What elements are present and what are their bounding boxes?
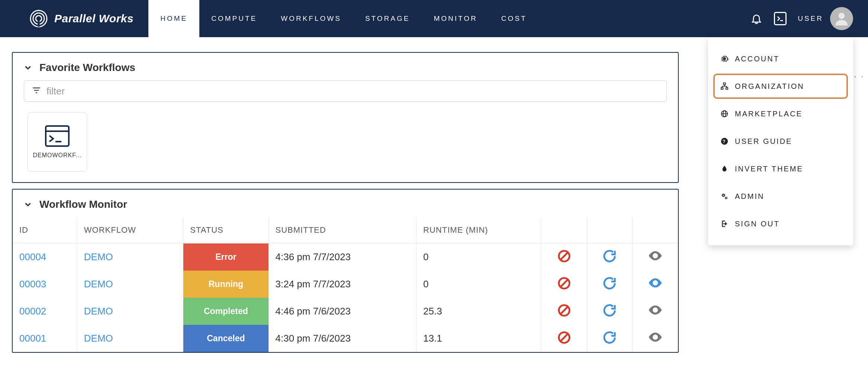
- nav-item-storage[interactable]: STORAGE: [353, 0, 422, 37]
- chevron-down-icon[interactable]: [23, 63, 33, 72]
- menu-item-user-guide[interactable]: ? USER GUIDE: [713, 129, 848, 154]
- view-icon[interactable]: [647, 275, 663, 291]
- workflow-link[interactable]: DEMO: [77, 298, 183, 325]
- monitor-header: Workflow Monitor: [13, 190, 678, 217]
- nav-item-monitor[interactable]: MONITOR: [422, 0, 489, 37]
- runtime-cell: 13.1: [417, 325, 541, 352]
- table-row: 00003 DEMO Running 3:24 pm 7/7/2023 0: [13, 271, 678, 298]
- gears-icon: [720, 192, 729, 201]
- menu-item-label: SIGN OUT: [735, 220, 780, 228]
- svg-point-18: [654, 282, 657, 284]
- svg-point-25: [723, 58, 726, 60]
- svg-rect-28: [726, 88, 728, 90]
- menu-item-label: MARKETPLACE: [735, 110, 803, 118]
- brand[interactable]: Parallel Works: [30, 10, 134, 28]
- col-workflow: WORKFLOW: [77, 217, 183, 243]
- favorites-title: Favorite Workflows: [39, 62, 135, 74]
- svg-point-24: [654, 336, 657, 339]
- job-id-link[interactable]: 00004: [13, 243, 77, 271]
- col-status: STATUS: [183, 217, 269, 243]
- cancel-icon[interactable]: [556, 275, 572, 291]
- table-row: 00004 DEMO Error 4:36 pm 7/7/2023 0: [13, 243, 678, 271]
- workflow-link[interactable]: DEMO: [77, 243, 183, 271]
- retry-icon[interactable]: [602, 275, 617, 291]
- menu-item-label: ACCOUNT: [735, 55, 779, 63]
- retry-icon[interactable]: [602, 330, 617, 345]
- svg-rect-26: [723, 83, 726, 85]
- svg-point-39: [725, 197, 727, 199]
- menu-item-label: ORGANIZATION: [735, 82, 804, 91]
- favorites-header: Favorite Workflows: [13, 53, 678, 80]
- col-action-retry: [587, 217, 632, 243]
- submitted-cell: 4:46 pm 7/6/2023: [269, 298, 417, 325]
- svg-line-23: [561, 334, 568, 341]
- svg-line-17: [561, 280, 568, 287]
- favorites-panel: Favorite Workflows: [12, 52, 679, 183]
- view-icon[interactable]: [647, 302, 663, 318]
- chevron-down-icon[interactable]: [23, 200, 33, 209]
- submitted-cell: 4:30 pm 7/6/2023: [269, 325, 417, 352]
- cancel-icon[interactable]: [556, 330, 572, 345]
- bell-icon[interactable]: [750, 12, 763, 25]
- favorites-cards: DEMOWORKF...: [13, 112, 678, 182]
- svg-line-14: [561, 253, 568, 260]
- user-menu-toggle[interactable]: USER: [798, 7, 853, 30]
- help-icon: ?: [720, 137, 729, 146]
- cancel-icon[interactable]: [556, 248, 572, 264]
- svg-point-21: [654, 309, 657, 311]
- filter-input[interactable]: [46, 85, 659, 97]
- view-icon[interactable]: [647, 329, 663, 345]
- cancel-icon[interactable]: [556, 303, 572, 318]
- runtime-cell: 25.3: [417, 298, 541, 325]
- drop-icon: [720, 164, 729, 173]
- job-id-link[interactable]: 00001: [13, 325, 77, 352]
- col-submitted: SUBMITTED: [269, 217, 417, 243]
- col-runtime: RUNTIME (MIN): [417, 217, 541, 243]
- favorite-card-label: DEMOWORKF...: [33, 152, 81, 159]
- menu-item-invert-theme[interactable]: INVERT THEME: [713, 156, 848, 181]
- svg-point-15: [654, 255, 657, 257]
- top-nav: Parallel Works HOMECOMPUTEWORKFLOWSSTORA…: [0, 0, 868, 37]
- nav-item-workflows[interactable]: WORKFLOWS: [269, 0, 353, 37]
- menu-item-account[interactable]: ACCOUNT: [713, 46, 848, 71]
- table-row: 00002 DEMO Completed 4:46 pm 7/6/2023 25…: [13, 298, 678, 325]
- menu-item-sign-out[interactable]: SIGN OUT: [713, 211, 848, 236]
- globe-icon: [720, 109, 729, 118]
- runtime-cell: 0: [417, 243, 541, 271]
- col-action-cancel: [541, 217, 587, 243]
- job-id-link[interactable]: 00003: [13, 271, 77, 298]
- view-icon[interactable]: [647, 248, 663, 264]
- user-dropdown: ACCOUNT ORGANIZATION MARKETPLACE ? USER …: [708, 37, 853, 245]
- workflow-link[interactable]: DEMO: [77, 271, 183, 298]
- nav-items: HOMECOMPUTEWORKFLOWSSTORAGEMONITORCOST: [148, 0, 539, 37]
- job-id-link[interactable]: 00002: [13, 298, 77, 325]
- workflow-icon: [45, 125, 70, 147]
- menu-item-marketplace[interactable]: MARKETPLACE: [713, 101, 848, 126]
- favorite-card[interactable]: DEMOWORKF...: [28, 112, 87, 172]
- menu-item-label: ADMIN: [735, 192, 764, 201]
- terminal-icon[interactable]: [774, 12, 787, 25]
- col-id: ID: [13, 217, 77, 243]
- svg-line-20: [561, 307, 568, 314]
- svg-text:?: ?: [723, 139, 727, 144]
- nav-item-home[interactable]: HOME: [148, 0, 199, 37]
- nav-item-compute[interactable]: COMPUTE: [199, 0, 269, 37]
- menu-item-label: INVERT THEME: [735, 165, 803, 173]
- avatar-icon: [830, 7, 853, 30]
- submitted-cell: 4:36 pm 7/7/2023: [269, 243, 417, 271]
- brand-name: Parallel Works: [54, 12, 134, 25]
- retry-icon[interactable]: [602, 248, 617, 264]
- retry-icon[interactable]: [602, 303, 617, 318]
- monitor-title: Workflow Monitor: [39, 198, 127, 210]
- status-badge: Error: [183, 243, 268, 271]
- menu-item-admin[interactable]: ADMIN: [713, 184, 848, 209]
- filter-box[interactable]: [24, 80, 667, 102]
- runtime-cell: 0: [417, 271, 541, 298]
- nav-item-cost[interactable]: COST: [489, 0, 539, 37]
- svg-rect-27: [721, 88, 723, 90]
- table-row: 00001 DEMO Canceled 4:30 pm 7/6/2023 13.…: [13, 325, 678, 352]
- workflow-link[interactable]: DEMO: [77, 325, 183, 352]
- menu-item-organization[interactable]: ORGANIZATION: [713, 74, 848, 99]
- menu-item-label: USER GUIDE: [735, 137, 792, 146]
- signout-icon: [720, 219, 729, 228]
